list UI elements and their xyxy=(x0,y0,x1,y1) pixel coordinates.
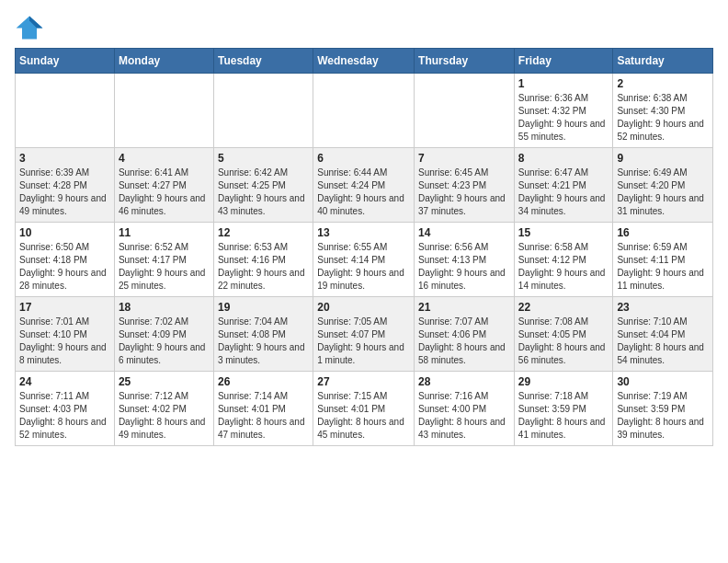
day-detail: Sunrise: 7:16 AM Sunset: 4:00 PM Dayligh… xyxy=(418,390,510,442)
calendar-cell: 16Sunrise: 6:59 AM Sunset: 4:11 PM Dayli… xyxy=(613,223,713,297)
day-detail: Sunrise: 6:38 AM Sunset: 4:30 PM Dayligh… xyxy=(617,92,709,144)
calendar-table: SundayMondayTuesdayWednesdayThursdayFrid… xyxy=(15,48,713,446)
day-number: 15 xyxy=(518,226,609,239)
calendar-week-row: 10Sunrise: 6:50 AM Sunset: 4:18 PM Dayli… xyxy=(16,223,713,297)
calendar-cell: 22Sunrise: 7:08 AM Sunset: 4:05 PM Dayli… xyxy=(514,297,613,372)
day-detail: Sunrise: 7:12 AM Sunset: 4:02 PM Dayligh… xyxy=(119,390,210,442)
calendar-cell: 2Sunrise: 6:38 AM Sunset: 4:30 PM Daylig… xyxy=(613,74,713,148)
day-number: 28 xyxy=(418,375,510,388)
day-number: 14 xyxy=(418,226,510,239)
calendar-cell: 13Sunrise: 6:55 AM Sunset: 4:14 PM Dayli… xyxy=(313,223,415,297)
day-detail: Sunrise: 6:59 AM Sunset: 4:11 PM Dayligh… xyxy=(617,241,709,293)
calendar-week-row: 17Sunrise: 7:01 AM Sunset: 4:10 PM Dayli… xyxy=(16,297,713,372)
calendar-cell: 11Sunrise: 6:52 AM Sunset: 4:17 PM Dayli… xyxy=(114,223,213,297)
calendar-cell: 27Sunrise: 7:15 AM Sunset: 4:01 PM Dayli… xyxy=(313,372,415,446)
calendar-cell: 19Sunrise: 7:04 AM Sunset: 4:08 PM Dayli… xyxy=(213,297,313,372)
calendar-cell: 7Sunrise: 6:45 AM Sunset: 4:23 PM Daylig… xyxy=(415,148,515,223)
day-of-week-header: Sunday xyxy=(16,49,115,74)
day-number: 30 xyxy=(617,375,709,388)
day-number: 12 xyxy=(218,226,309,239)
day-of-week-header: Monday xyxy=(114,49,213,74)
day-detail: Sunrise: 6:41 AM Sunset: 4:27 PM Dayligh… xyxy=(119,167,210,218)
calendar-cell xyxy=(415,74,515,148)
day-detail: Sunrise: 7:01 AM Sunset: 4:10 PM Dayligh… xyxy=(19,316,110,367)
day-detail: Sunrise: 7:02 AM Sunset: 4:09 PM Dayligh… xyxy=(119,316,210,367)
day-number: 9 xyxy=(617,152,709,165)
day-detail: Sunrise: 7:11 AM Sunset: 4:03 PM Dayligh… xyxy=(19,390,110,442)
calendar-cell: 1Sunrise: 6:36 AM Sunset: 4:32 PM Daylig… xyxy=(514,74,613,148)
day-number: 8 xyxy=(518,152,609,165)
calendar-cell xyxy=(213,74,313,148)
calendar-cell: 20Sunrise: 7:05 AM Sunset: 4:07 PM Dayli… xyxy=(313,297,415,372)
day-number: 27 xyxy=(317,375,410,388)
calendar-cell xyxy=(313,74,415,148)
day-of-week-header: Wednesday xyxy=(313,49,415,74)
day-number: 2 xyxy=(617,77,709,90)
day-detail: Sunrise: 6:44 AM Sunset: 4:24 PM Dayligh… xyxy=(317,167,410,218)
day-detail: Sunrise: 7:08 AM Sunset: 4:05 PM Dayligh… xyxy=(518,316,609,367)
calendar-week-row: 1Sunrise: 6:36 AM Sunset: 4:32 PM Daylig… xyxy=(16,74,713,148)
calendar-cell: 3Sunrise: 6:39 AM Sunset: 4:28 PM Daylig… xyxy=(16,148,115,223)
calendar-cell: 14Sunrise: 6:56 AM Sunset: 4:13 PM Dayli… xyxy=(415,223,515,297)
calendar-cell: 9Sunrise: 6:49 AM Sunset: 4:20 PM Daylig… xyxy=(613,148,713,223)
day-number: 26 xyxy=(218,375,309,388)
calendar-cell: 15Sunrise: 6:58 AM Sunset: 4:12 PM Dayli… xyxy=(514,223,613,297)
day-detail: Sunrise: 7:05 AM Sunset: 4:07 PM Dayligh… xyxy=(317,316,410,367)
day-detail: Sunrise: 7:04 AM Sunset: 4:08 PM Dayligh… xyxy=(218,316,309,367)
calendar-cell: 6Sunrise: 6:44 AM Sunset: 4:24 PM Daylig… xyxy=(313,148,415,223)
calendar-cell: 18Sunrise: 7:02 AM Sunset: 4:09 PM Dayli… xyxy=(114,297,213,372)
calendar-cell: 17Sunrise: 7:01 AM Sunset: 4:10 PM Dayli… xyxy=(16,297,115,372)
day-number: 29 xyxy=(518,375,609,388)
day-detail: Sunrise: 6:45 AM Sunset: 4:23 PM Dayligh… xyxy=(418,167,510,218)
calendar-cell: 4Sunrise: 6:41 AM Sunset: 4:27 PM Daylig… xyxy=(114,148,213,223)
day-detail: Sunrise: 6:52 AM Sunset: 4:17 PM Dayligh… xyxy=(119,241,210,293)
day-number: 7 xyxy=(418,152,510,165)
day-number: 19 xyxy=(218,301,309,314)
calendar-cell: 21Sunrise: 7:07 AM Sunset: 4:06 PM Dayli… xyxy=(415,297,515,372)
day-detail: Sunrise: 6:47 AM Sunset: 4:21 PM Dayligh… xyxy=(518,167,609,218)
calendar-cell: 5Sunrise: 6:42 AM Sunset: 4:25 PM Daylig… xyxy=(213,148,313,223)
day-detail: Sunrise: 6:42 AM Sunset: 4:25 PM Dayligh… xyxy=(218,167,309,218)
day-detail: Sunrise: 6:56 AM Sunset: 4:13 PM Dayligh… xyxy=(418,241,510,293)
day-detail: Sunrise: 6:49 AM Sunset: 4:20 PM Dayligh… xyxy=(617,167,709,218)
logo-icon xyxy=(15,15,44,40)
day-number: 23 xyxy=(617,301,709,314)
day-number: 10 xyxy=(19,226,110,239)
day-of-week-header: Thursday xyxy=(415,49,515,74)
day-number: 11 xyxy=(119,226,210,239)
day-number: 24 xyxy=(19,375,110,388)
calendar-cell: 29Sunrise: 7:18 AM Sunset: 3:59 PM Dayli… xyxy=(514,372,613,446)
calendar-cell xyxy=(16,74,115,148)
day-number: 3 xyxy=(19,152,110,165)
day-detail: Sunrise: 7:14 AM Sunset: 4:01 PM Dayligh… xyxy=(218,390,309,442)
day-number: 22 xyxy=(518,301,609,314)
calendar-cell: 30Sunrise: 7:19 AM Sunset: 3:59 PM Dayli… xyxy=(613,372,713,446)
calendar-cell: 26Sunrise: 7:14 AM Sunset: 4:01 PM Dayli… xyxy=(213,372,313,446)
day-of-week-header: Saturday xyxy=(613,49,713,74)
day-number: 20 xyxy=(317,301,410,314)
calendar-week-row: 24Sunrise: 7:11 AM Sunset: 4:03 PM Dayli… xyxy=(16,372,713,446)
day-detail: Sunrise: 6:58 AM Sunset: 4:12 PM Dayligh… xyxy=(518,241,609,293)
day-detail: Sunrise: 7:19 AM Sunset: 3:59 PM Dayligh… xyxy=(617,390,709,442)
calendar-header-row: SundayMondayTuesdayWednesdayThursdayFrid… xyxy=(16,49,713,74)
day-number: 16 xyxy=(617,226,709,239)
day-number: 21 xyxy=(418,301,510,314)
logo xyxy=(15,15,48,40)
day-detail: Sunrise: 6:39 AM Sunset: 4:28 PM Dayligh… xyxy=(19,167,110,218)
day-number: 25 xyxy=(119,375,210,388)
day-number: 13 xyxy=(317,226,410,239)
day-number: 1 xyxy=(518,77,609,90)
day-detail: Sunrise: 7:18 AM Sunset: 3:59 PM Dayligh… xyxy=(518,390,609,442)
day-detail: Sunrise: 6:53 AM Sunset: 4:16 PM Dayligh… xyxy=(218,241,309,293)
page-header xyxy=(15,15,713,40)
day-detail: Sunrise: 7:07 AM Sunset: 4:06 PM Dayligh… xyxy=(418,316,510,367)
calendar-cell: 24Sunrise: 7:11 AM Sunset: 4:03 PM Dayli… xyxy=(16,372,115,446)
calendar-week-row: 3Sunrise: 6:39 AM Sunset: 4:28 PM Daylig… xyxy=(16,148,713,223)
day-detail: Sunrise: 6:50 AM Sunset: 4:18 PM Dayligh… xyxy=(19,241,110,293)
day-number: 18 xyxy=(119,301,210,314)
calendar-cell: 28Sunrise: 7:16 AM Sunset: 4:00 PM Dayli… xyxy=(415,372,515,446)
day-of-week-header: Tuesday xyxy=(213,49,313,74)
day-number: 4 xyxy=(119,152,210,165)
calendar-cell: 10Sunrise: 6:50 AM Sunset: 4:18 PM Dayli… xyxy=(16,223,115,297)
day-number: 17 xyxy=(19,301,110,314)
